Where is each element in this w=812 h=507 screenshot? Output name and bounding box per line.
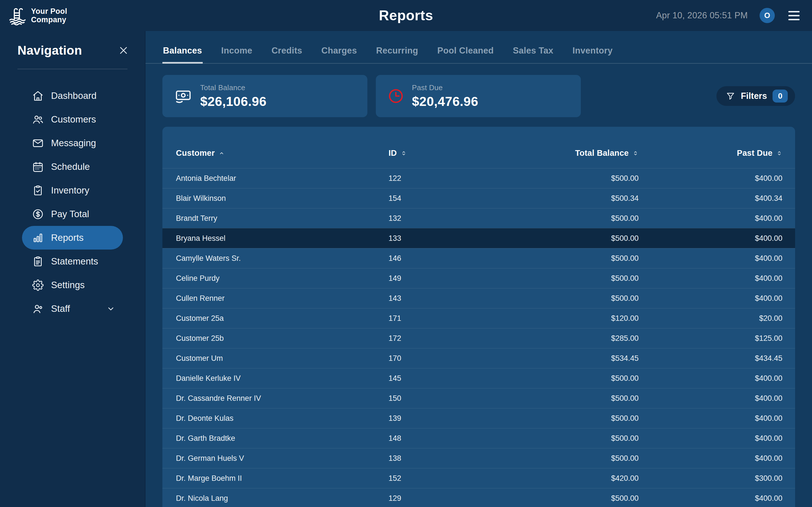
- table-row[interactable]: Dr. Nicola Lang129$500.00$400.00: [162, 488, 795, 507]
- sidebar-item-customers[interactable]: Customers: [22, 108, 123, 131]
- tab-recurring[interactable]: Recurring: [375, 41, 419, 64]
- cell-id: 133: [389, 234, 513, 243]
- sidebar-item-schedule[interactable]: Schedule: [22, 155, 123, 179]
- table-row[interactable]: Bryana Hessel133$500.00$400.00: [162, 228, 795, 248]
- sidebar-item-messaging[interactable]: Messaging: [22, 131, 123, 155]
- cell-id: 172: [389, 334, 513, 343]
- cell-id: 145: [389, 374, 513, 383]
- settings-icon: [32, 279, 44, 291]
- filters-count-badge: 0: [772, 90, 788, 103]
- column-header-total-balance[interactable]: Total Balance: [513, 149, 639, 158]
- sidebar-item-label: Statements: [51, 256, 98, 267]
- tab-inventory[interactable]: Inventory: [572, 41, 613, 64]
- tab-sales-tax[interactable]: Sales Tax: [512, 41, 554, 64]
- sidebar-item-label: Reports: [51, 232, 84, 243]
- app-window: Your Pool Company Reports Apr 10, 2026 0…: [0, 0, 812, 507]
- cell-past-due: $400.00: [639, 294, 782, 303]
- pool-ladder-logo-icon: [7, 5, 28, 25]
- brand-name-line2: Company: [31, 15, 67, 24]
- cell-total-balance: $500.00: [513, 274, 639, 283]
- cell-past-due: $400.00: [639, 214, 782, 223]
- avatar[interactable]: O: [760, 8, 775, 23]
- clock-icon: [388, 88, 404, 104]
- table-row[interactable]: Customer 25a171$120.00$20.00: [162, 308, 795, 328]
- pay-total-icon: [32, 209, 44, 220]
- table-row[interactable]: Cullen Renner143$500.00$400.00: [162, 288, 795, 308]
- sidebar-item-staff[interactable]: Staff: [22, 297, 123, 321]
- messaging-icon: [32, 137, 44, 149]
- sidebar-item-label: Messaging: [51, 138, 96, 149]
- cell-customer: Dr. German Huels V: [176, 454, 389, 463]
- tab-income[interactable]: Income: [221, 41, 253, 64]
- cell-total-balance: $500.00: [513, 254, 639, 263]
- cell-past-due: $400.00: [639, 174, 782, 183]
- cell-past-due: $400.00: [639, 494, 782, 503]
- cell-customer: Dr. Garth Bradtke: [176, 434, 389, 443]
- table-row[interactable]: Dr. Cassandre Renner IV150$500.00$400.00: [162, 388, 795, 408]
- home-icon: [32, 90, 44, 102]
- cell-id: 170: [389, 354, 513, 363]
- tab-pool-cleaned[interactable]: Pool Cleaned: [437, 41, 494, 64]
- table-row[interactable]: Antonia Bechtelar122$500.00$400.00: [162, 168, 795, 188]
- main-content: BalancesIncomeCreditsChargesRecurringPoo…: [146, 31, 812, 507]
- total-balance-text: Total Balance $26,106.96: [200, 83, 266, 109]
- cell-customer: Blair Wilkinson: [176, 194, 389, 203]
- customers-icon: [32, 114, 44, 125]
- cell-customer: Dr. Deonte Kulas: [176, 414, 389, 423]
- cell-customer: Celine Purdy: [176, 274, 389, 283]
- sidebar-item-label: Schedule: [51, 161, 90, 172]
- column-header-past-due[interactable]: Past Due: [639, 149, 782, 158]
- chevron-down-icon: [107, 304, 115, 313]
- tab-balances[interactable]: Balances: [162, 41, 203, 64]
- brand-name-line1: Your Pool: [31, 7, 67, 15]
- table-row[interactable]: Celine Purdy149$500.00$400.00: [162, 268, 795, 288]
- cell-customer: Dr. Cassandre Renner IV: [176, 394, 389, 403]
- schedule-icon: [32, 161, 44, 173]
- past-due-label: Past Due: [412, 83, 478, 92]
- cell-past-due: $20.00: [639, 314, 782, 323]
- menu-icon[interactable]: [786, 9, 801, 22]
- sidebar-item-inventory[interactable]: Inventory: [22, 179, 123, 202]
- table-row[interactable]: Customer 25b172$285.00$125.00: [162, 328, 795, 348]
- table-row[interactable]: Dr. Deonte Kulas139$500.00$400.00: [162, 408, 795, 428]
- cell-past-due: $434.45: [639, 354, 782, 363]
- close-icon[interactable]: [118, 45, 129, 55]
- table-row[interactable]: Blair Wilkinson154$500.34$400.34: [162, 188, 795, 208]
- sidebar-item-label: Dashboard: [51, 91, 96, 101]
- sidebar-item-statements[interactable]: Statements: [22, 249, 123, 273]
- cash-icon: [174, 87, 192, 105]
- cell-id: 143: [389, 294, 513, 303]
- sidebar-item-label: Pay Total: [51, 209, 89, 219]
- brand-name: Your Pool Company: [31, 7, 67, 24]
- tab-charges[interactable]: Charges: [321, 41, 357, 64]
- tab-credits[interactable]: Credits: [271, 41, 303, 64]
- cell-customer: Cullen Renner: [176, 294, 389, 303]
- table-row[interactable]: Dr. Marge Boehm II152$420.00$300.00: [162, 468, 795, 488]
- table-row[interactable]: Customer Um170$534.45$434.45: [162, 348, 795, 368]
- sidebar-item-reports[interactable]: Reports: [22, 226, 123, 249]
- table-row[interactable]: Dr. German Huels V138$500.00$400.00: [162, 448, 795, 468]
- column-header-id[interactable]: ID: [389, 149, 513, 158]
- cell-total-balance: $500.34: [513, 194, 639, 203]
- table-row[interactable]: Brandt Terry132$500.00$400.00: [162, 208, 795, 228]
- sort-both-icon: [776, 150, 782, 156]
- cell-past-due: $400.34: [639, 194, 782, 203]
- table-row[interactable]: Camylle Waters Sr.146$500.00$400.00: [162, 248, 795, 268]
- table-row[interactable]: Dr. Garth Bradtke148$500.00$400.00: [162, 428, 795, 448]
- cell-total-balance: $500.00: [513, 294, 639, 303]
- sidebar-item-settings[interactable]: Settings: [22, 273, 123, 297]
- brand-logo[interactable]: Your Pool Company: [7, 5, 67, 25]
- table-row[interactable]: Danielle Kerluke IV145$500.00$400.00: [162, 368, 795, 388]
- column-header-customer[interactable]: Customer: [176, 149, 389, 158]
- staff-icon: [32, 303, 44, 315]
- topbar-right: Apr 10, 2026 05:51 PM O: [656, 0, 801, 31]
- cell-total-balance: $500.00: [513, 494, 639, 503]
- cell-past-due: $400.00: [639, 414, 782, 423]
- sidebar-item-pay-total[interactable]: Pay Total: [22, 202, 123, 226]
- filters-button[interactable]: Filters 0: [716, 86, 795, 106]
- cell-past-due: $400.00: [639, 374, 782, 383]
- cell-id: 171: [389, 314, 513, 323]
- cell-total-balance: $500.00: [513, 174, 639, 183]
- sidebar-item-dashboard[interactable]: Dashboard: [22, 84, 123, 108]
- statements-icon: [32, 256, 44, 267]
